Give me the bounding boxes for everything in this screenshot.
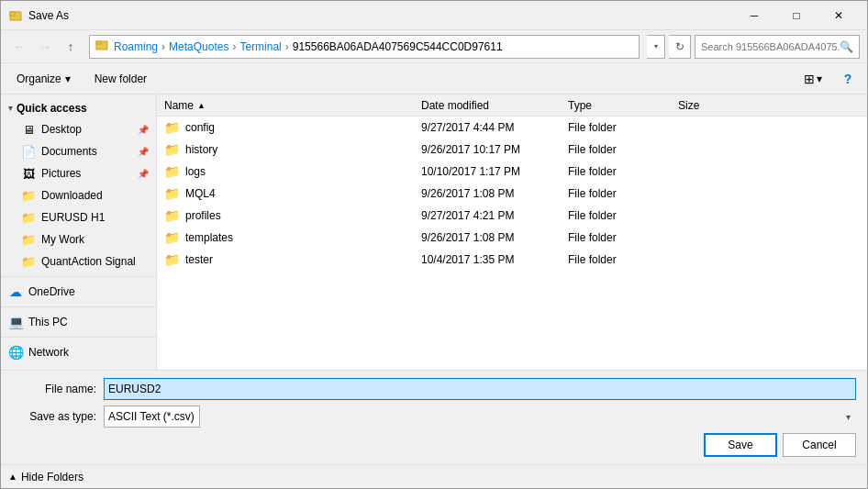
sidebar-item-pictures[interactable]: 🖼 Pictures 📌 (1, 162, 156, 184)
sidebar-item-mywork-label: My Work (41, 233, 84, 246)
quick-access-label: Quick access (17, 102, 87, 115)
sidebar-item-quantaction-label: QuantAction Signal (41, 255, 136, 268)
filename-row: File name: (12, 378, 856, 400)
table-row[interactable]: 📁 history 9/26/2017 10:17 PM File folder (157, 139, 867, 161)
breadcrumb-terminal[interactable]: Terminal (239, 40, 281, 53)
up-button[interactable]: ↑ (60, 36, 82, 58)
table-row[interactable]: 📁 MQL4 9/26/2017 1:08 PM File folder (157, 183, 867, 205)
sidebar-item-desktop-label: Desktop (41, 123, 82, 136)
sidebar-item-eurusd[interactable]: 📁 EURUSD H1 (1, 206, 156, 228)
sidebar-item-documents-label: Documents (41, 145, 97, 158)
organize-button[interactable]: Organize ▾ (8, 67, 79, 91)
footer-area: File name: Save as type: ASCII Text (*.c… (1, 370, 867, 464)
sidebar-divider-3 (1, 337, 156, 338)
hide-folders-chevron-icon: ▲ (8, 472, 17, 482)
quantaction-folder-icon: 📁 (21, 254, 36, 269)
sidebar-item-downloaded-label: Downloaded (41, 189, 103, 202)
sidebar-item-thispc[interactable]: 💻 This PC (1, 311, 156, 333)
folder-icon: 📁 (164, 164, 180, 179)
folder-icon: 📁 (164, 230, 180, 245)
table-row[interactable]: 📁 logs 10/10/2017 1:17 PM File folder (157, 161, 867, 183)
search-input[interactable] (701, 41, 840, 52)
footer-buttons: Save Cancel (12, 433, 856, 457)
hide-folders-button[interactable]: ▲ Hide Folders (8, 471, 83, 483)
pictures-icon: 🖼 (21, 166, 36, 181)
title-bar: Save As ─ □ ✕ (1, 1, 867, 30)
desktop-icon: 🖥 (21, 122, 36, 137)
sidebar-item-downloaded[interactable]: 📁 Downloaded (1, 184, 156, 206)
help-button[interactable]: ? (836, 67, 860, 91)
view-button[interactable]: ⊞ ▾ (797, 67, 829, 91)
downloaded-folder-icon: 📁 (21, 188, 36, 203)
search-icon: 🔍 (840, 40, 853, 53)
sidebar-divider-2 (1, 306, 156, 307)
sidebar-item-quantaction[interactable]: 📁 QuantAction Signal (1, 250, 156, 272)
new-folder-button[interactable]: New folder (86, 67, 155, 91)
file-list-area: Name ▲ Date modified Type Size 📁 config … (157, 94, 867, 370)
sidebar-item-network[interactable]: 🌐 Network (1, 341, 156, 363)
quick-access-chevron-icon: ▾ (8, 104, 13, 113)
forward-button[interactable]: → (34, 36, 56, 58)
column-header-size[interactable]: Size (678, 99, 751, 112)
sidebar-item-pictures-label: Pictures (41, 167, 81, 180)
sidebar-item-onedrive-label: OneDrive (28, 285, 75, 298)
search-box: 🔍 (695, 35, 860, 59)
folder-icon: 📁 (164, 142, 180, 157)
column-header-type[interactable]: Type (568, 99, 678, 112)
documents-icon: 📄 (21, 144, 36, 159)
back-button[interactable]: ← (8, 36, 30, 58)
breadcrumb-roaming[interactable]: Roaming (114, 40, 158, 53)
maximize-button[interactable]: □ (775, 1, 818, 30)
filename-input[interactable] (104, 378, 856, 400)
table-row[interactable]: 📁 profiles 9/27/2017 4:21 PM File folder (157, 205, 867, 227)
folder-icon: 📁 (164, 252, 180, 267)
hide-folders-label: Hide Folders (21, 471, 83, 483)
sort-arrow-icon: ▲ (197, 101, 206, 110)
dialog-title: Save As (28, 9, 733, 22)
toolbar: ← → ↑ Roaming › MetaQuotes › Terminal › … (1, 30, 867, 63)
view-icon: ⊞ (804, 72, 815, 86)
window-controls: ─ □ ✕ (733, 1, 860, 30)
savetype-row: Save as type: ASCII Text (*.csv) (12, 406, 856, 428)
main-area: ▾ Quick access 🖥 Desktop 📌 📄 Documents 📌… (1, 94, 867, 370)
table-row[interactable]: 📁 templates 9/26/2017 1:08 PM File folde… (157, 227, 867, 249)
savetype-select[interactable]: ASCII Text (*.csv) (104, 406, 200, 428)
eurusd-folder-icon: 📁 (21, 210, 36, 225)
breadcrumb-dropdown[interactable]: ▾ (647, 35, 665, 59)
onedrive-icon: ☁ (8, 284, 23, 299)
filename-label: File name: (12, 383, 104, 395)
savetype-label: Save as type: (12, 410, 104, 423)
action-bar: Organize ▾ New folder ⊞ ▾ ? (1, 63, 867, 94)
sidebar-item-onedrive[interactable]: ☁ OneDrive (1, 281, 156, 303)
view-dropdown-icon: ▾ (817, 72, 822, 85)
refresh-button[interactable]: ↻ (669, 35, 691, 59)
sidebar-divider-1 (1, 276, 156, 277)
column-header-date[interactable]: Date modified (421, 99, 568, 112)
save-button[interactable]: Save (704, 433, 777, 457)
breadcrumb-metaquotes[interactable]: MetaQuotes (169, 40, 228, 53)
folder-icon: 📁 (164, 208, 180, 223)
sidebar-section-quick-access[interactable]: ▾ Quick access (1, 98, 156, 118)
sidebar-item-desktop[interactable]: 🖥 Desktop 📌 (1, 118, 156, 140)
column-header-name[interactable]: Name ▲ (164, 99, 421, 112)
close-button[interactable]: ✕ (818, 1, 860, 30)
desktop-pin-icon: 📌 (138, 125, 149, 135)
breadcrumb-icon (95, 39, 108, 54)
sidebar-item-mywork[interactable]: 📁 My Work (1, 228, 156, 250)
documents-pin-icon: 📌 (138, 147, 149, 157)
minimize-button[interactable]: ─ (733, 1, 775, 30)
svg-rect-1 (10, 12, 15, 16)
cancel-button[interactable]: Cancel (783, 433, 856, 457)
table-row[interactable]: 📁 config 9/27/2017 4:44 PM File folder (157, 117, 867, 139)
bottom-bar: ▲ Hide Folders (1, 464, 867, 488)
title-bar-icon (8, 8, 23, 23)
thispc-icon: 💻 (8, 315, 23, 329)
sidebar: ▾ Quick access 🖥 Desktop 📌 📄 Documents 📌… (1, 94, 157, 370)
pictures-pin-icon: 📌 (138, 169, 149, 179)
table-row[interactable]: 📁 tester 10/4/2017 1:35 PM File folder (157, 249, 867, 271)
organize-chevron-icon: ▾ (65, 72, 71, 85)
sidebar-item-documents[interactable]: 📄 Documents 📌 (1, 140, 156, 162)
sidebar-item-network-label: Network (28, 346, 69, 359)
sidebar-item-thispc-label: This PC (28, 316, 68, 328)
network-icon: 🌐 (8, 345, 23, 360)
